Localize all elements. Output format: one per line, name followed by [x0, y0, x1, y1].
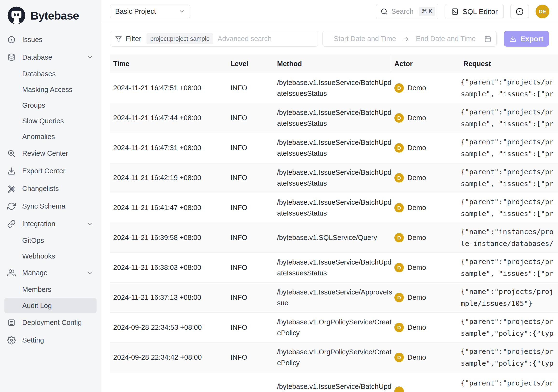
chevron-down-icon: [87, 270, 93, 276]
table-row[interactable]: /bytebase.v1.IssueService/BatchUpd {"par…: [110, 373, 558, 392]
filter-label: Filter: [126, 35, 141, 43]
cell-actor: D Demo: [391, 203, 460, 212]
user-avatar[interactable]: DE: [536, 5, 549, 18]
method-line-1: /bytebase.v1.OrgPolicyService/Creat: [277, 347, 391, 357]
column-header-request: Request: [460, 60, 558, 68]
sidebar-item-review-center[interactable]: Review Center: [4, 145, 96, 162]
cell-actor: D Demo: [391, 293, 460, 302]
chevron-down-icon: [179, 8, 185, 15]
table-row[interactable]: 2024-11-21 16:37:13 +08:00 INFO /bytebas…: [110, 283, 558, 313]
table-row[interactable]: 2024-11-21 16:41:47 +08:00 INFO /bytebas…: [110, 193, 558, 223]
app-title: Bytebase: [30, 9, 79, 22]
filter-chip-project[interactable]: project:project-sample: [147, 33, 213, 44]
method-line-2: ateIssuesStatus: [277, 118, 391, 129]
cell-time: 2024-11-21 16:39:58 +08:00: [110, 234, 227, 242]
cell-time: 2024-11-21 16:37:13 +08:00: [110, 294, 227, 302]
cell-actor: D Demo: [391, 143, 460, 153]
cell-request: {"name":"projects/proj mple/issues/105"}: [460, 286, 558, 309]
advanced-search-placeholder: Advanced search: [218, 35, 271, 43]
method-line-1: /bytebase.v1.IssueService/BatchUpd: [277, 167, 391, 178]
filter-icon: [115, 35, 122, 42]
actor-avatar: D: [394, 263, 404, 272]
sql-editor-label: SQL Editor: [462, 8, 498, 16]
column-header-level: Level: [227, 60, 274, 68]
method-line-2: ePolicy: [277, 328, 391, 339]
sidebar-item-export-center[interactable]: Export Center: [4, 162, 96, 180]
cell-level: INFO: [227, 353, 274, 361]
cell-method: /bytebase.v1.IssueService/BatchUpd: [274, 373, 391, 392]
table-row[interactable]: 2024-11-21 16:42:19 +08:00 INFO /bytebas…: [110, 163, 558, 193]
table-row[interactable]: 2024-11-21 16:47:31 +08:00 INFO /bytebas…: [110, 133, 558, 163]
sidebar-item-sync-schema[interactable]: Sync Schema: [4, 197, 96, 215]
table-row[interactable]: 2024-11-21 16:47:44 +08:00 INFO /bytebas…: [110, 103, 558, 133]
search-button[interactable]: Search ⌘ K: [376, 4, 438, 19]
app-logo[interactable]: Bytebase: [0, 0, 101, 30]
request-line-1: {"name":"instances/pro: [461, 226, 558, 238]
table-row[interactable]: 2024-09-28 22:34:42 +08:00 INFO /bytebas…: [110, 342, 558, 373]
request-line-1: {"parent":"projects/pr: [461, 106, 558, 118]
sidebar-item-gitops[interactable]: GitOps: [4, 233, 96, 248]
sidebar-item-integration[interactable]: Integration: [4, 215, 96, 233]
request-line-2: sample", "issues":["pr: [461, 268, 558, 279]
cell-time: 2024-11-21 16:42:19 +08:00: [110, 174, 227, 182]
date-range-picker[interactable]: Start Date and Time End Date and Time: [323, 31, 497, 47]
request-line-2: sample","policy":{"typ: [461, 328, 558, 339]
deployment-icon: [7, 318, 16, 327]
chevron-down-icon: [87, 221, 93, 227]
cell-method: /bytebase.v1.SQLService/Query: [274, 232, 391, 243]
integration-icon: [7, 220, 16, 228]
issues-icon: [7, 35, 16, 44]
actor-avatar: D: [394, 203, 404, 212]
request-line-2: sample","policy":{"typ: [461, 357, 558, 369]
advanced-search-input[interactable]: Filter project:project-sample Advanced s…: [110, 31, 318, 47]
export-icon: [7, 167, 16, 175]
end-date-placeholder: End Date and Time: [416, 35, 476, 43]
project-selector-value: Basic Project: [115, 8, 156, 16]
project-selector[interactable]: Basic Project: [110, 5, 190, 18]
sidebar-item-database[interactable]: Database: [4, 49, 96, 66]
circle-dot-icon: [515, 7, 524, 16]
method-line-1: /bytebase.v1.IssueService/BatchUpd: [277, 77, 391, 88]
request-line-1: {"parent":"projects/pr: [461, 136, 558, 148]
chevron-down-icon: [87, 54, 93, 61]
method-line-2: ateIssuesStatus: [277, 208, 391, 219]
actor-avatar: D: [394, 173, 404, 183]
sidebar-item-setting[interactable]: Setting: [4, 331, 96, 349]
cell-request: {"parent":"projects/pr: [460, 373, 558, 389]
actor-name: Demo: [407, 114, 426, 122]
start-date-placeholder: Start Date and Time: [334, 35, 396, 43]
sidebar-item-databases[interactable]: Databases: [4, 66, 96, 82]
table-row[interactable]: 2024-11-21 16:38:03 +08:00 INFO /bytebas…: [110, 253, 558, 283]
sql-editor-button[interactable]: SQL Editor: [445, 4, 504, 19]
table-row[interactable]: 2024-11-21 16:39:58 +08:00 INFO /bytebas…: [110, 223, 558, 253]
method-line-2: ateIssuesStatus: [277, 88, 391, 99]
cell-time: 2024-11-21 16:38:03 +08:00: [110, 264, 227, 271]
export-button[interactable]: Export: [504, 31, 549, 47]
cell-time: 2024-11-21 16:47:31 +08:00: [110, 144, 227, 152]
sidebar-item-slow-queries[interactable]: Slow Queries: [4, 113, 96, 129]
cell-actor: [391, 373, 460, 392]
sidebar-item-members[interactable]: Members: [4, 282, 96, 297]
method-line-1: /bytebase.v1.IssueService/BatchUpd: [277, 137, 391, 148]
sidebar-item-anomalies[interactable]: Anomalies: [4, 129, 96, 145]
sidebar-item-changelists[interactable]: Changelists: [4, 180, 96, 197]
sidebar-item-issues[interactable]: Issues: [4, 31, 96, 49]
search-label: Search: [391, 8, 413, 16]
table-row[interactable]: 2024-09-28 22:34:53 +08:00 INFO /bytebas…: [110, 313, 558, 342]
table-row[interactable]: 2024-11-21 16:47:51 +08:00 INFO /bytebas…: [110, 73, 558, 103]
release-status-button[interactable]: [510, 4, 529, 19]
actor-name: Demo: [407, 204, 426, 212]
request-line-1: {"parent":"projects/pr: [461, 196, 558, 208]
method-line-1: /bytebase.v1.OrgPolicyService/Creat: [277, 317, 391, 328]
request-line-1: {"parent":"projects/pr: [461, 316, 558, 328]
cell-time: 2024-09-28 22:34:53 +08:00: [110, 323, 227, 331]
sidebar-item-audit-log[interactable]: Audit Log: [4, 298, 96, 313]
sidebar-item-deployment-config[interactable]: Deployment Config: [4, 314, 96, 331]
sidebar-item-masking-access[interactable]: Masking Access: [4, 82, 96, 97]
sidebar-item-groups[interactable]: Groups: [4, 97, 96, 113]
sidebar-nav: Issues Database Databases Masking Access…: [0, 30, 101, 349]
cell-actor: D Demo: [391, 323, 460, 332]
actor-avatar: D: [394, 233, 404, 242]
sidebar-item-manage[interactable]: Manage: [4, 264, 96, 282]
sidebar-item-webhooks[interactable]: Webhooks: [4, 248, 96, 264]
